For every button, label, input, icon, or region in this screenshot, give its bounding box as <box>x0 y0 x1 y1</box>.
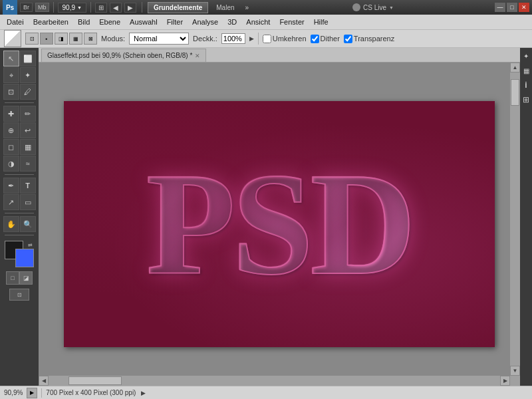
toolbar-separator-1 <box>5 102 34 103</box>
statusbar: 90,9% ▶ 700 Pixel x 400 Pixel (300 ppi) … <box>0 386 532 399</box>
view-options[interactable]: ⊞ <box>95 3 107 13</box>
color-picker-area: ⇄ <box>5 241 34 267</box>
quick-mask-area: □ ◪ <box>5 271 34 285</box>
main-area: ↖ ⬜ ⌖ ✦ ⊡ 🖊 ✚ ✏ ⊕ ↩ ◻ ▦ ◑ ≈ ✒ <box>0 48 532 386</box>
minibr-button[interactable]: Mb <box>35 3 49 12</box>
minimize-button[interactable]: — <box>495 3 505 12</box>
menu-item-ebene[interactable]: Ebene <box>95 17 124 27</box>
optionsbar: ⊡ ▪ ◨ ▦ ⊠ Modus: Normal Auflösen Deckk.:… <box>0 29 532 48</box>
modus-select[interactable]: Normal Auflösen <box>129 33 189 45</box>
menu-item-bearbeiten[interactable]: Bearbeiten <box>29 17 72 27</box>
history-brush-tool[interactable]: ↩ <box>20 122 36 138</box>
horizontal-scrollbar: ◀ ▶ <box>39 376 510 386</box>
tab-close-button[interactable]: ✕ <box>195 53 200 59</box>
screen-mode-button[interactable]: ⊡ <box>9 289 29 301</box>
hscroll-track[interactable] <box>49 376 500 386</box>
menu-item-auswahl[interactable]: Auswahl <box>126 17 162 27</box>
toolbar-separator-2 <box>5 174 34 175</box>
canvas-scroll-area: PSD ▲ ▼ ◀ ▶ <box>39 63 520 386</box>
zoom-tool[interactable]: 🔍 <box>20 216 36 232</box>
gradient-tool[interactable]: ▦ <box>20 139 36 155</box>
blend-btn-2[interactable]: ▪ <box>40 33 53 45</box>
nav-prev[interactable]: ◀ <box>110 3 122 13</box>
status-arrow-icon[interactable]: ▶ <box>141 390 146 396</box>
navigator-icon[interactable]: ✦ <box>521 51 531 61</box>
hscroll-left-button[interactable]: ◀ <box>39 376 49 386</box>
tool-row-3: ⊡ 🖊 <box>3 84 36 100</box>
standard-mode-button[interactable]: □ <box>6 271 19 285</box>
eraser-tool[interactable]: ◻ <box>3 139 19 155</box>
document-tabbar: Glaseffekt.psd bei 90,9% (Schein oben, R… <box>39 48 520 63</box>
healing-tool[interactable]: ✚ <box>3 106 19 122</box>
toolbar-separator-4 <box>5 235 34 235</box>
vscroll-down-button[interactable]: ▼ <box>510 366 520 376</box>
marquee-rect-tool[interactable]: ⬜ <box>20 51 36 66</box>
zoom-display[interactable]: 90,9 ▼ <box>58 3 86 13</box>
quick-mask-button[interactable]: ◪ <box>19 271 33 285</box>
cslive-section: CS Live ▼ <box>352 3 394 11</box>
menu-item-filter[interactable]: Filter <box>163 17 187 27</box>
info-icon[interactable]: i <box>521 80 531 90</box>
menu-item-3d[interactable]: 3D <box>223 17 241 27</box>
deckk-input[interactable] <box>221 33 245 44</box>
text-tool[interactable]: T <box>20 178 36 194</box>
vscroll-track[interactable] <box>510 72 520 366</box>
menu-item-hilfe[interactable]: Hilfe <box>310 17 332 27</box>
path-select-tool[interactable]: ↗ <box>3 194 19 210</box>
hand-tool[interactable]: ✋ <box>3 216 19 232</box>
menu-item-ansicht[interactable]: Ansicht <box>242 17 274 27</box>
canvas-area: Glaseffekt.psd bei 90,9% (Schein oben, R… <box>39 48 520 386</box>
pen-tool[interactable]: ✒ <box>3 178 19 194</box>
zoom-status-icon[interactable]: ▶ <box>27 388 37 398</box>
close-button[interactable]: ✕ <box>519 3 529 12</box>
deckk-arrow-icon[interactable]: ▶ <box>249 35 254 42</box>
blend-btn-3[interactable]: ◨ <box>55 33 68 45</box>
document-tab[interactable]: Glaseffekt.psd bei 90,9% (Schein oben, R… <box>41 49 206 62</box>
blend-btn-5[interactable]: ⊠ <box>84 33 97 45</box>
menu-item-bild[interactable]: Bild <box>74 17 94 27</box>
menu-item-datei[interactable]: Datei <box>3 17 28 27</box>
separator <box>53 2 54 13</box>
swap-colors-icon[interactable]: ⇄ <box>28 242 33 248</box>
nav-next[interactable]: ▶ <box>124 3 136 13</box>
move-tool[interactable]: ↖ <box>3 51 19 66</box>
layers-icon[interactable]: ⊞ <box>521 94 531 105</box>
hscroll-thumb[interactable] <box>68 376 122 385</box>
tool-preview <box>4 30 21 47</box>
blend-btn-1[interactable]: ⊡ <box>25 33 39 45</box>
toolbar-separator-3 <box>5 213 34 213</box>
menu-item-fenster[interactable]: Fenster <box>275 17 308 27</box>
menu-item-analyse[interactable]: Analyse <box>188 17 222 27</box>
clone-tool[interactable]: ⊕ <box>3 122 19 138</box>
grundelemente-button[interactable]: Grundelemente <box>148 2 208 13</box>
background-color[interactable] <box>15 249 34 267</box>
hscroll-right-button[interactable]: ▶ <box>500 376 510 386</box>
bridge-button[interactable]: Br <box>20 3 33 12</box>
tool-row-10: ✋ 🔍 <box>3 216 36 232</box>
vscroll-up-button[interactable]: ▲ <box>510 63 520 72</box>
titlebar-left: Ps Br Mb 90,9 ▼ ⊞ ◀ ▶ Grundelemente Male… <box>3 0 251 15</box>
eyedropper-tool[interactable]: 🖊 <box>20 84 36 100</box>
dodge-tool[interactable]: ◑ <box>3 156 19 172</box>
psd-canvas-text: PSD <box>146 140 413 309</box>
umkehren-checkbox[interactable] <box>263 35 271 43</box>
crop-tool[interactable]: ⊡ <box>3 84 19 100</box>
more-workspaces-button[interactable]: » <box>243 3 252 13</box>
tool-row-2: ⌖ ✦ <box>3 67 36 83</box>
transparenz-checkbox[interactable] <box>344 35 352 43</box>
smudge-tool[interactable]: ≈ <box>20 156 36 172</box>
histogram-icon[interactable]: ▦ <box>521 65 531 76</box>
magic-wand-tool[interactable]: ✦ <box>20 67 36 83</box>
vscroll-thumb[interactable] <box>511 79 519 106</box>
ps-logo-icon: Ps <box>3 0 17 15</box>
rectangle-tool[interactable]: ▭ <box>20 194 36 210</box>
malen-button[interactable]: Malen <box>211 3 239 13</box>
umkehren-checkbox-label: Umkehren <box>263 35 307 43</box>
zoom-percentage: 90,9% <box>4 389 23 396</box>
lasso-tool[interactable]: ⌖ <box>3 67 19 83</box>
dither-checkbox[interactable] <box>311 35 319 43</box>
maximize-button[interactable]: □ <box>507 3 517 12</box>
window-controls: — □ ✕ <box>495 3 529 12</box>
brush-tool[interactable]: ✏ <box>20 106 36 122</box>
blend-btn-4[interactable]: ▦ <box>69 33 82 45</box>
